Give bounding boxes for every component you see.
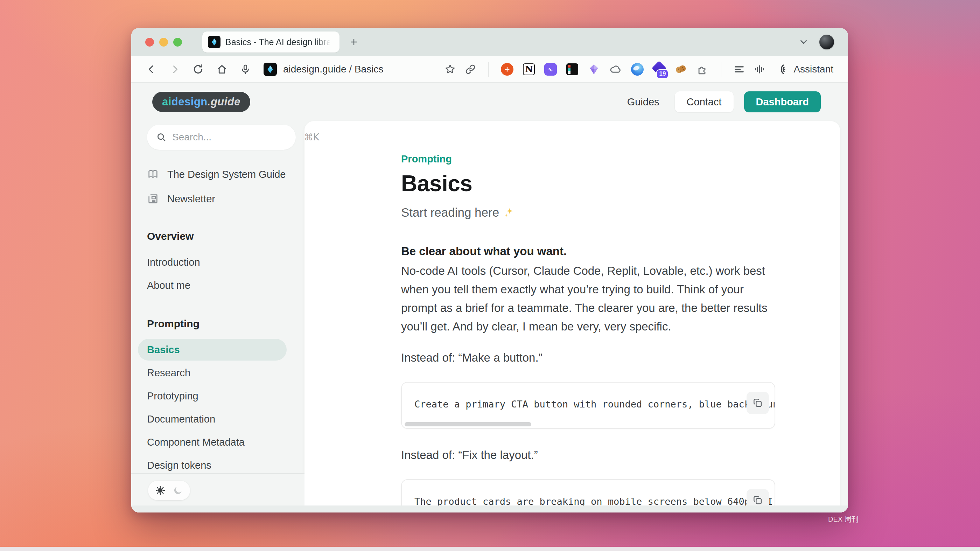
window-controls: [145, 38, 182, 46]
browser-toolbar: aidesign.guide / Basics N: [131, 56, 848, 83]
tab-title: Basics - The AI design librar: [225, 37, 330, 47]
site-header: aidesign.guide Guides Contact Dashboard: [131, 83, 848, 121]
sidebar-heading: Prompting: [147, 318, 296, 330]
book-icon: [147, 168, 159, 180]
logo-part-design: design: [172, 96, 208, 108]
forward-button[interactable]: [169, 64, 180, 75]
search-shortcut: ⌘K: [304, 132, 319, 142]
extension-cookies-icon[interactable]: [674, 63, 687, 76]
extension-crystal-icon[interactable]: [587, 63, 601, 76]
copy-button[interactable]: [746, 392, 769, 414]
new-tab-button[interactable]: [348, 37, 359, 47]
code-block-1: Create a primary CTA button with rounded…: [401, 382, 775, 429]
subtitle-text: Start reading here: [401, 205, 499, 220]
copy-link-icon[interactable]: [465, 64, 476, 75]
sidebar-section-prompting: Prompting Basics Research Prototyping Do…: [147, 318, 296, 476]
sidebar-item-basics[interactable]: Basics: [138, 339, 286, 361]
reload-button[interactable]: [192, 64, 204, 75]
chevron-down-icon[interactable]: [799, 37, 809, 47]
desktop-wallpaper: Basics - The AI design librar: [0, 0, 980, 551]
toolbar-divider: [721, 62, 721, 76]
extension-cloud-icon[interactable]: [609, 63, 622, 76]
article-subtitle: Start reading here: [401, 205, 775, 220]
sidebar-item-component-metadata[interactable]: Component Metadata: [138, 431, 286, 453]
code-text: Create a primary CTA button with rounded…: [414, 395, 762, 414]
site-favicon-icon: [208, 36, 221, 48]
dashboard-button[interactable]: Dashboard: [744, 91, 821, 112]
desktop-watermark: DEX 周刊: [828, 514, 859, 524]
horizontal-scrollbar[interactable]: [405, 422, 531, 426]
extension-browser-blue-icon[interactable]: [631, 63, 644, 76]
browser-tab[interactable]: Basics - The AI design librar: [202, 32, 339, 53]
sidebar-link-design-system-guide[interactable]: The Design System Guide: [147, 164, 296, 184]
extension-badge: 19: [656, 69, 668, 79]
extensions-puzzle-icon[interactable]: [696, 63, 709, 76]
back-button[interactable]: [146, 64, 157, 75]
minimize-window-button[interactable]: [159, 38, 168, 46]
nav-link-guides[interactable]: Guides: [627, 96, 659, 108]
theme-toggle[interactable]: [148, 481, 190, 500]
contact-button[interactable]: Contact: [675, 91, 733, 112]
microphone-icon[interactable]: [240, 64, 251, 75]
bookmark-star-icon[interactable]: [444, 64, 456, 75]
sidebar-link-newsletter[interactable]: Newsletter: [147, 189, 296, 209]
article-card: Prompting Basics Start reading here Be c…: [304, 121, 840, 513]
reading-list-icon[interactable]: [733, 64, 745, 75]
search-box[interactable]: ⌘K: [147, 125, 296, 150]
extension-diamond-19-icon[interactable]: 19: [652, 63, 666, 76]
moon-icon[interactable]: [173, 485, 183, 496]
assistant-label: Assistant: [794, 64, 834, 75]
sidebar-link-label: Newsletter: [167, 193, 215, 205]
article-paragraph: No-code AI tools (Cursor, Claude Code, R…: [401, 261, 775, 336]
sidebar-item-research[interactable]: Research: [138, 362, 286, 384]
sparkles-icon: [503, 207, 515, 218]
toolbar-divider: [488, 62, 488, 76]
example-2-label: Instead of: “Fix the layout.”: [401, 448, 775, 462]
sidebar-section-overview: Overview Introduction About me: [147, 230, 296, 296]
sidebar-item-documentation[interactable]: Documentation: [138, 408, 286, 430]
sun-icon[interactable]: [155, 485, 165, 496]
zoom-window-button[interactable]: [173, 38, 182, 46]
browser-window: Basics - The AI design librar: [131, 28, 848, 513]
address-bar[interactable]: aidesign.guide / Basics: [264, 63, 383, 76]
window-bottom-edge: [131, 505, 848, 513]
docs-sidebar: ⌘K The Design System Guide: [131, 121, 304, 513]
assistant-wave-icon: [776, 63, 789, 76]
site-nav: Guides Contact Dashboard: [627, 91, 821, 112]
logo-part-guide: .guide: [208, 96, 240, 108]
page-title: Basics: [401, 170, 775, 196]
newspaper-icon: [147, 193, 159, 205]
logo-part-ai: ai: [162, 96, 172, 108]
sidebar-item-about-me[interactable]: About me: [138, 274, 286, 296]
sidebar-link-label: The Design System Guide: [167, 169, 286, 180]
sidebar-heading: Overview: [147, 230, 296, 242]
sidebar-item-design-tokens[interactable]: Design tokens: [138, 454, 286, 476]
extension-notion-icon[interactable]: N: [522, 63, 536, 76]
profile-avatar[interactable]: [819, 35, 834, 49]
home-button[interactable]: [216, 64, 228, 75]
close-window-button[interactable]: [145, 38, 154, 46]
browser-tab-bar: Basics - The AI design librar: [131, 28, 848, 56]
article-lead: Be clear about what you want.: [401, 245, 775, 258]
search-icon: [156, 132, 167, 142]
search-input[interactable]: [172, 132, 299, 143]
extension-html-to-design-icon[interactable]: [566, 63, 579, 76]
audio-waveform-icon[interactable]: [754, 64, 765, 75]
sidebar-item-introduction[interactable]: Introduction: [138, 252, 286, 273]
desktop-bottom-strip: [0, 547, 980, 551]
assistant-button[interactable]: Assistant: [776, 63, 834, 76]
extension-purple-app-icon[interactable]: [544, 63, 557, 76]
url-text: aidesign.guide / Basics: [283, 64, 383, 75]
site-logo[interactable]: aidesign.guide: [152, 92, 250, 112]
site-page: aidesign.guide Guides Contact Dashboard: [131, 83, 848, 513]
example-1-label: Instead of: “Make a button.”: [401, 351, 775, 365]
sidebar-item-prototyping[interactable]: Prototyping: [138, 385, 286, 407]
url-favicon-icon: [264, 63, 277, 76]
article-eyebrow: Prompting: [401, 153, 775, 165]
extension-orange-plus-icon[interactable]: [501, 63, 514, 76]
